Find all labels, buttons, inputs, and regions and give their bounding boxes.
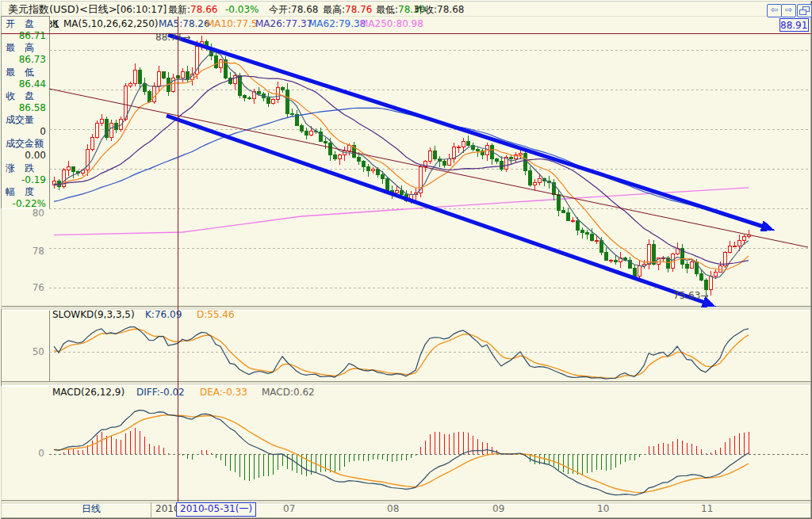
ma10-value: MA10:77.5: [206, 18, 258, 30]
kd-d-value: D:55.46: [197, 309, 235, 321]
prev-arrow-button[interactable]: ⇦: [767, 4, 782, 17]
prev-close-field: 昨收:78.68: [415, 4, 464, 16]
date-bar-divider: [151, 502, 151, 517]
quote-panel: 开 盘86.71 最 高86.73 最 低86.44 收 盘86.58 成交量0…: [1, 16, 50, 209]
quote-row-close: 收 盘86.58: [2, 90, 49, 114]
right-arrow-icon: ⇨: [785, 5, 792, 15]
ma26-value: MA26:77.37: [255, 18, 312, 30]
change-percent: -0.03%: [225, 4, 259, 16]
macd-diff-value: DIFF:-0.02: [136, 387, 185, 399]
divider-kd-macd: [2, 381, 810, 386]
indicator-bar: 20100531 K MA(5,10,26,62,250) MA5:78.26 …: [2, 17, 810, 33]
month-label-08: 08: [387, 503, 399, 515]
quote-row-high: 最 高86.73: [2, 42, 49, 66]
month-label-10: 10: [597, 503, 609, 515]
lowest-price-annotation: 75.63→: [673, 290, 708, 301]
price-label-78: 78: [24, 246, 44, 257]
date-axis-bar: 日线 201004 07 08 09 10 11: [2, 502, 810, 517]
quote-row-open: 开 盘86.71: [2, 18, 49, 42]
macd-bar-value: MACD:0.62: [262, 387, 315, 399]
chart-canvas[interactable]: [0, 0, 812, 519]
highest-price-annotation: 88.71→: [155, 32, 190, 43]
month-label-11: 11: [701, 503, 713, 515]
quote-row-percent: 幅 度-0.22%: [2, 186, 49, 210]
quote-row-amount: 成交金额0.00: [2, 138, 49, 162]
last-price-field: 最新:78.66: [168, 4, 217, 16]
left-arrow-icon: ⇦: [771, 5, 778, 15]
high-field: 最高:78.76: [323, 4, 372, 16]
app-window: 美元指数(USD)<日线> [06:10:17] 最新:78.66 -0.03%…: [0, 0, 812, 519]
month-label-07: 07: [283, 503, 295, 515]
month-label-09: 09: [492, 503, 504, 515]
quote-time: [06:10:17]: [117, 4, 167, 16]
kd-label-50: 50: [24, 346, 44, 357]
macd-dea-value: DEA:-0.33: [200, 387, 247, 399]
instrument-title: 美元指数(USD)<日线>: [8, 3, 117, 15]
quote-row-change: 涨 跌-0.19: [2, 162, 49, 186]
macd-title: MACD(26,12,9): [52, 387, 124, 399]
next-arrow-button[interactable]: ⇨: [781, 4, 796, 17]
period-label: 日线: [82, 503, 101, 515]
quote-row-low: 最 低86.44: [2, 67, 49, 90]
selected-date-box[interactable]: 2010-05-31(一): [176, 502, 256, 517]
quote-bar: 美元指数(USD)<日线> [06:10:17] 最新:78.66 -0.03%…: [2, 2, 810, 17]
quote-row-volume: 成交量0: [2, 114, 49, 138]
cascade-windows-button[interactable]: [797, 4, 812, 17]
kd-k-value: K:76.09: [145, 309, 182, 321]
price-label-80: 80: [24, 208, 44, 219]
macd-label-0: 0: [24, 448, 44, 459]
ma-group-label: MA(5,10,26,62,250): [63, 18, 159, 30]
price-label-76: 76: [24, 282, 44, 293]
k-label: K: [52, 18, 59, 30]
ma250-value: MA250:80.98: [360, 18, 423, 30]
open-field: 今开:78.68: [269, 4, 318, 16]
ma5-value: MA5:78.26: [159, 18, 210, 30]
scale-max-box: 88.91: [779, 18, 809, 32]
kd-title: SLOWKD(9,3,3,5): [52, 309, 135, 321]
ma62-value: MA62:79.38: [308, 18, 366, 30]
